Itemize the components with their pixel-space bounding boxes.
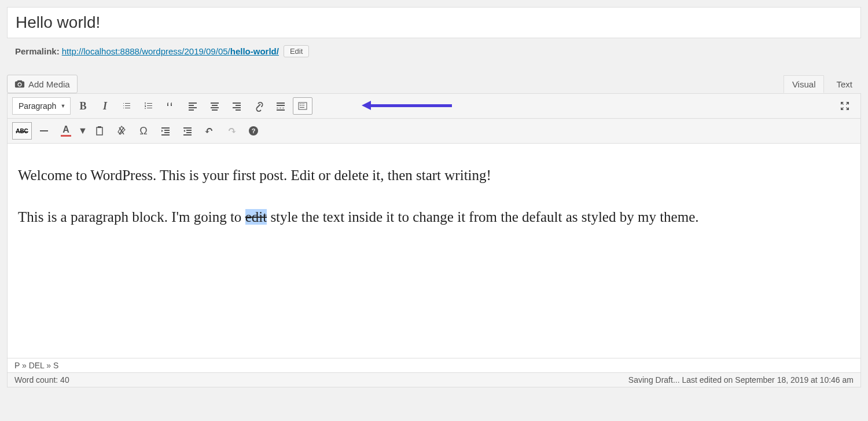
editor-tabs: Visual Text: [784, 75, 861, 93]
paragraph-2[interactable]: This is a paragraph block. I'm going to …: [18, 206, 850, 228]
align-left-button[interactable]: [183, 97, 203, 115]
link-button[interactable]: [249, 97, 269, 115]
post-title-input[interactable]: [16, 13, 852, 32]
permalink-row: Permalink: http://localhost:8888/wordpre…: [7, 43, 861, 64]
italic-button[interactable]: I: [95, 97, 115, 115]
permalink-slug: hello-world/: [230, 46, 279, 56]
edit-permalink-button[interactable]: Edit: [284, 45, 309, 57]
redo-button[interactable]: [222, 122, 241, 140]
undo-button[interactable]: [200, 122, 219, 140]
permalink-link[interactable]: http://localhost:8888/wordpress/2019/09/…: [62, 46, 279, 56]
bold-button[interactable]: B: [73, 97, 93, 115]
tab-visual[interactable]: Visual: [784, 75, 825, 93]
fullscreen-button[interactable]: [835, 97, 855, 115]
p2-before: This is a paragraph block. I'm going to: [18, 209, 245, 225]
align-center-button[interactable]: [205, 97, 225, 115]
svg-rect-3: [98, 126, 101, 128]
permalink-label: Permalink:: [15, 46, 60, 56]
camera-icon: [14, 79, 25, 89]
outdent-button[interactable]: [156, 122, 175, 140]
align-right-button[interactable]: [227, 97, 247, 115]
svg-text:T: T: [98, 129, 101, 133]
annotation-arrow: [362, 101, 452, 110]
toolbar-row-1: Paragraph B I: [8, 94, 860, 119]
format-dropdown[interactable]: Paragraph: [12, 97, 71, 115]
toolbar-row-2: ABC A ▼ T Ω ?: [8, 119, 860, 144]
element-path[interactable]: P » DEL » S: [8, 358, 860, 372]
p2-after: style the text inside it to change it fr…: [267, 209, 698, 225]
text-color-letter: A: [62, 125, 69, 134]
text-color-dropdown[interactable]: ▼: [78, 122, 87, 140]
special-character-button[interactable]: Ω: [134, 122, 153, 140]
status-bar: Word count: 40 Saving Draft... Last edit…: [8, 372, 860, 387]
paragraph-1[interactable]: Welcome to WordPress. This is your first…: [18, 164, 850, 186]
paste-text-button[interactable]: T: [90, 122, 109, 140]
editor-content[interactable]: Welcome to WordPress. This is your first…: [8, 144, 860, 358]
add-media-button[interactable]: Add Media: [7, 75, 78, 93]
permalink-base: http://localhost:8888/wordpress/2019/09/…: [62, 46, 230, 56]
word-count: Word count: 40: [14, 375, 69, 385]
text-color-indicator: [61, 135, 71, 137]
save-status: Saving Draft... Last edited on September…: [628, 375, 854, 385]
numbered-list-button[interactable]: [139, 97, 159, 115]
toolbar-toggle-button[interactable]: [293, 97, 312, 115]
read-more-button[interactable]: [271, 97, 290, 115]
title-container: [7, 7, 861, 38]
horizontal-rule-button[interactable]: [34, 122, 54, 140]
text-color-button[interactable]: A: [56, 122, 76, 140]
blockquote-button[interactable]: [161, 97, 181, 115]
add-media-label: Add Media: [28, 79, 70, 89]
tab-text[interactable]: Text: [827, 75, 861, 93]
help-button[interactable]: ?: [244, 122, 263, 140]
p2-strike-selected: edit: [245, 209, 267, 225]
indent-button[interactable]: [178, 122, 197, 140]
svg-text:?: ?: [252, 127, 256, 134]
svg-rect-1: [40, 130, 48, 131]
bullet-list-button[interactable]: [117, 97, 137, 115]
clear-formatting-button[interactable]: [112, 122, 131, 140]
strikethrough-button[interactable]: ABC: [12, 122, 32, 140]
editor-container: Paragraph B I ABC A: [7, 93, 861, 387]
